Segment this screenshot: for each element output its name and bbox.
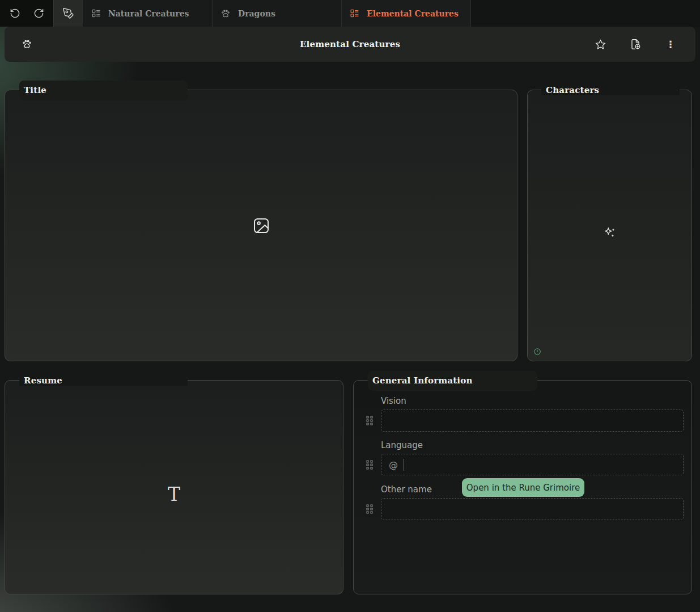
general-information-legend: General Information [368,371,537,391]
mention-at-icon: @ [389,459,398,470]
tab-natural-creatures[interactable]: Natural Creatures [83,0,213,27]
header-actions: ⋮ [592,27,678,62]
kebab-menu-icon: ⋮ [666,40,676,49]
pen-tool-icon [62,7,74,19]
button-label: Open in the Rune Grimoire [466,483,580,493]
undo-icon [10,8,20,19]
other-name-field-label: Other name [381,484,432,495]
resume-panel: Resume T [5,380,343,594]
history-controls [0,0,53,27]
undo-button[interactable] [5,3,25,24]
creature-paw-icon [22,39,32,49]
new-document-button[interactable] [627,36,643,52]
vision-input[interactable] [381,410,684,432]
redo-icon [33,8,44,19]
sparkles-icon [603,225,617,240]
resume-panel-legend: Resume [19,375,188,386]
tab-label: Elemental Creatures [367,9,459,18]
image-placeholder-icon [252,217,270,235]
text-placeholder-icon: T [168,483,180,505]
title-panel-legend: Title [19,81,188,100]
other-name-drag-handle[interactable] [366,504,374,514]
tab-editor-pen[interactable] [53,0,83,27]
language-drag-handle[interactable] [366,460,374,470]
cover-image-dropzone[interactable] [5,90,517,361]
vision-drag-handle[interactable] [366,416,374,425]
redo-button[interactable] [28,3,49,24]
panel-label: Title [24,85,46,95]
tab-dragons[interactable]: Dragons [213,0,342,27]
open-rune-grimoire-button[interactable]: Open in the Rune Grimoire [462,478,584,497]
tab-bar: Natural Creatures Dragons Elemental Crea… [0,0,700,27]
other-name-input[interactable] [381,498,684,520]
general-information-panel: General Information Vision Language @ [353,380,692,594]
tab-bar-empty-space [471,0,700,27]
tab-elemental-creatures[interactable]: Elemental Creatures [342,0,471,27]
panel-label: General Information [372,375,473,386]
resume-text-area[interactable]: T [5,381,343,594]
layout-list-icon [350,9,359,18]
title-panel: Title [5,90,517,361]
info-alert-icon [533,348,541,356]
panel-info-indicator[interactable] [533,348,541,356]
language-field-label: Language [381,440,423,450]
page-header: Elemental Creatures ⋮ [5,27,695,62]
file-plus-icon [629,38,642,50]
text-caret [404,459,404,471]
characters-panel: Characters [527,90,692,361]
panel-label: Characters [546,85,599,95]
layout-list-icon [91,9,101,18]
tab-label: Dragons [238,9,275,18]
characters-generate-area[interactable] [528,97,691,368]
tab-label: Natural Creatures [108,9,189,18]
vision-field-label: Vision [381,396,406,406]
panel-label: Resume [24,375,62,386]
app-window: Natural Creatures Dragons Elemental Crea… [0,0,700,612]
star-icon [595,39,606,50]
characters-panel-legend: Characters [541,85,680,95]
favorite-button[interactable] [592,36,608,52]
paw-icon [220,9,231,19]
language-input[interactable]: @ [381,454,684,475]
more-options-button[interactable]: ⋮ [663,36,678,52]
